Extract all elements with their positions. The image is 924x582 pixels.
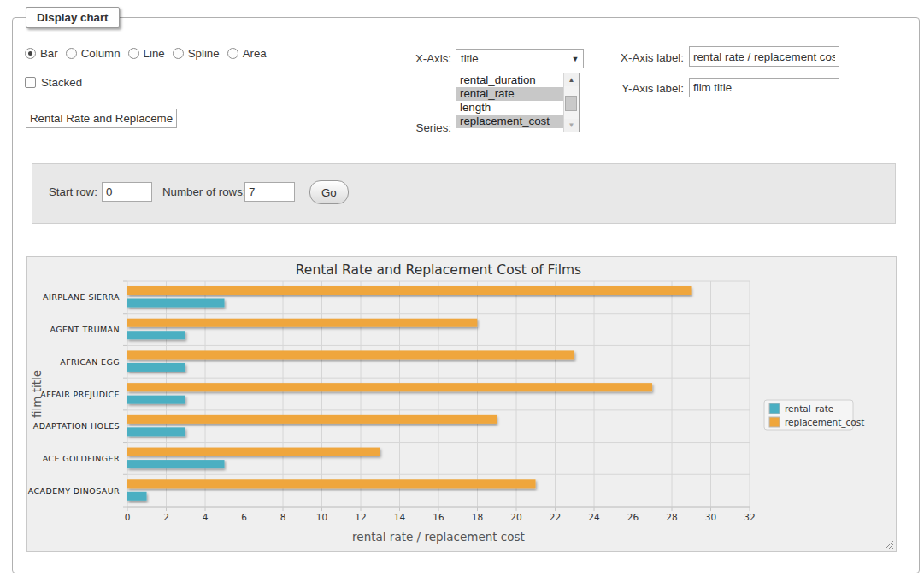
bar-replacement_cost[interactable] bbox=[127, 415, 497, 424]
bar-rental_rate[interactable] bbox=[127, 492, 147, 501]
series-option-rental-rate[interactable]: rental_rate bbox=[456, 87, 563, 101]
x-tick-label: 32 bbox=[744, 512, 755, 522]
radio-icon bbox=[227, 48, 238, 59]
bar-rental_rate[interactable] bbox=[127, 331, 185, 339]
x-tick-label: 12 bbox=[355, 512, 366, 522]
series-option-rental-duration[interactable]: rental_duration bbox=[456, 73, 563, 87]
bar-replacement_cost[interactable] bbox=[127, 448, 380, 456]
x-tick-label: 18 bbox=[472, 512, 483, 522]
x-axis-title: rental rate / replacement cost bbox=[352, 530, 525, 544]
chart-title: Rental Rate and Replacement Cost of Film… bbox=[296, 262, 581, 278]
go-button-label: Go bbox=[321, 186, 337, 199]
chart-type-radio-line[interactable]: Line bbox=[128, 47, 165, 60]
scrollbar-thumb[interactable] bbox=[565, 96, 577, 111]
legend-label-replacement_cost[interactable]: replacement_cost bbox=[785, 417, 864, 428]
number-of-rows-input[interactable] bbox=[244, 182, 295, 202]
scroll-up-icon[interactable]: ▲ bbox=[564, 73, 579, 86]
x-tick-label: 28 bbox=[666, 512, 677, 522]
radio-icon bbox=[128, 48, 139, 59]
chart-type-radio-column[interactable]: Column bbox=[66, 47, 121, 60]
x-tick-label: 26 bbox=[627, 512, 639, 522]
category-label: ACE GOLDFINGER bbox=[43, 454, 120, 463]
bar-replacement_cost[interactable] bbox=[127, 319, 477, 327]
x-tick-label: 6 bbox=[241, 512, 247, 522]
chart-type-radio-group: Bar Column Line Spline Area bbox=[25, 47, 274, 60]
series-list-label: Series: bbox=[368, 121, 451, 134]
chevron-down-icon: ▼ bbox=[568, 55, 583, 63]
category-label: AFRICAN EGG bbox=[60, 357, 120, 367]
bar-rental_rate[interactable] bbox=[127, 299, 225, 308]
x-tick-label: 30 bbox=[705, 512, 716, 522]
bar-chart: Rental Rate and Replacement Cost of Film… bbox=[27, 257, 896, 551]
radio-label: Bar bbox=[40, 47, 58, 60]
page: Display chart Bar Column Line Spline Are… bbox=[0, 0, 924, 582]
start-row-label: Start row: bbox=[49, 185, 97, 198]
bar-replacement_cost[interactable] bbox=[127, 383, 652, 391]
x-tick-label: 2 bbox=[163, 512, 169, 522]
row-range-panel bbox=[32, 163, 896, 224]
category-label: AFFAIR PREJUDICE bbox=[40, 390, 120, 399]
chart-title-input[interactable] bbox=[26, 109, 177, 128]
start-row-input[interactable] bbox=[102, 182, 152, 202]
x-tick-label: 24 bbox=[588, 512, 600, 522]
radio-label: Line bbox=[144, 47, 165, 60]
bar-rental_rate[interactable] bbox=[127, 460, 225, 468]
x-axis-label-input[interactable] bbox=[689, 46, 839, 67]
y-axis-label-label: Y-Axis label: bbox=[598, 82, 684, 95]
bar-replacement_cost[interactable] bbox=[127, 350, 574, 359]
category-label: ACADEMY DINOSAUR bbox=[28, 486, 120, 496]
scroll-down-icon[interactable]: ▼ bbox=[564, 119, 579, 132]
x-tick-label: 8 bbox=[280, 512, 286, 522]
x-axis-select-value: title bbox=[456, 52, 568, 65]
legend-label-rental_rate[interactable]: rental_rate bbox=[785, 403, 833, 414]
bar-rental_rate[interactable] bbox=[127, 427, 185, 436]
x-axis-label-label: X-Axis label: bbox=[598, 51, 684, 64]
legend-swatch-rental_rate[interactable] bbox=[769, 403, 780, 414]
go-button[interactable]: Go bbox=[309, 180, 349, 204]
radio-icon bbox=[66, 48, 77, 59]
chart-type-radio-area[interactable]: Area bbox=[227, 47, 267, 60]
chart-type-radio-bar[interactable]: Bar bbox=[25, 47, 58, 60]
radio-label: Column bbox=[81, 47, 121, 60]
category-label: AGENT TRUMAN bbox=[50, 325, 120, 334]
x-tick-label: 14 bbox=[394, 512, 406, 522]
category-label: AIRPLANE SIERRA bbox=[43, 292, 120, 302]
series-multiselect[interactable]: rental_duration rental_rate length repla… bbox=[456, 73, 580, 132]
x-tick-label: 10 bbox=[316, 512, 327, 522]
y-axis-title: film title bbox=[30, 370, 44, 418]
bar-replacement_cost[interactable] bbox=[127, 286, 692, 295]
series-options: rental_duration rental_rate length repla… bbox=[456, 73, 563, 132]
chart-container: Rental Rate and Replacement Cost of Film… bbox=[26, 256, 897, 552]
stacked-checkbox[interactable]: Stacked bbox=[25, 76, 82, 89]
legend-swatch-replacement_cost[interactable] bbox=[769, 417, 780, 427]
x-tick-label: 0 bbox=[125, 512, 131, 522]
radio-icon bbox=[173, 48, 184, 59]
resize-handle[interactable] bbox=[885, 540, 894, 550]
x-axis-select-label: X-Axis: bbox=[368, 52, 451, 65]
x-tick-label: 16 bbox=[433, 512, 444, 522]
bar-replacement_cost[interactable] bbox=[127, 479, 536, 488]
bar-rental_rate[interactable] bbox=[127, 363, 185, 372]
chart-legend: rental_ratereplacement_cost bbox=[764, 400, 864, 430]
radio-icon bbox=[25, 48, 36, 59]
category-label: ADAPTATION HOLES bbox=[33, 421, 120, 431]
stacked-label: Stacked bbox=[41, 76, 82, 89]
x-tick-label: 4 bbox=[203, 512, 209, 522]
y-axis-label-input[interactable] bbox=[689, 78, 839, 97]
x-tick-label: 20 bbox=[510, 512, 521, 522]
radio-label: Area bbox=[243, 47, 267, 60]
x-axis-select[interactable]: title ▼ bbox=[456, 49, 584, 68]
chart-type-radio-spline[interactable]: Spline bbox=[173, 47, 220, 60]
radio-label: Spline bbox=[188, 47, 220, 60]
checkbox-icon bbox=[25, 77, 36, 88]
series-option-replacement-cost[interactable]: replacement_cost bbox=[456, 115, 563, 128]
bar-rental_rate[interactable] bbox=[127, 396, 185, 404]
x-tick-label: 22 bbox=[550, 512, 561, 522]
number-of-rows-label: Number of rows: bbox=[162, 185, 246, 198]
series-option-length[interactable]: length bbox=[456, 101, 563, 115]
fieldset-legend: Display chart bbox=[26, 7, 120, 28]
series-list-scrollbar[interactable]: ▲ ▼ bbox=[563, 73, 579, 132]
